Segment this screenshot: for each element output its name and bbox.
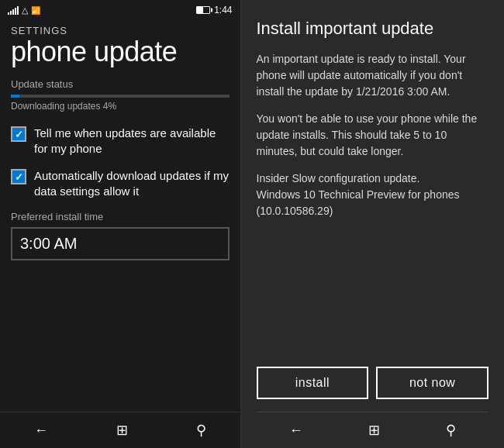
checkbox-auto-download[interactable]: ✓ bbox=[11, 169, 26, 184]
page-title: phone update bbox=[11, 38, 230, 66]
time-input[interactable] bbox=[11, 227, 230, 260]
right-back-button[interactable]: ← bbox=[281, 419, 311, 442]
check-mark-icon: ✓ bbox=[15, 129, 23, 140]
checkbox-notify-row[interactable]: ✓ Tell me when updates are available for… bbox=[11, 126, 230, 156]
signal-2-icon: 📶 bbox=[31, 6, 40, 15]
downloading-text: Downloading updates 4% bbox=[11, 101, 230, 112]
checkbox-notify[interactable]: ✓ bbox=[11, 126, 26, 142]
checkbox-auto-download-row[interactable]: ✓ Automatically download updates if my d… bbox=[11, 168, 230, 198]
battery-icon bbox=[196, 6, 210, 14]
status-bar-right: 1:44 bbox=[196, 5, 232, 16]
right-panel: Install important update An important up… bbox=[241, 0, 505, 448]
checkbox-auto-download-label: Automatically download updates if my dat… bbox=[34, 168, 230, 198]
dialog-actions: install not now bbox=[257, 354, 489, 412]
dialog-body-paragraph-1: An important update is ready to install.… bbox=[257, 51, 489, 100]
dialog-body: An important update is ready to install.… bbox=[257, 51, 489, 354]
settings-label: SETTINGS bbox=[11, 25, 230, 36]
dialog-body-paragraph-3: Insider Slow configuration update. Windo… bbox=[257, 171, 489, 219]
dialog-body-paragraph-2: You won't be able to use your phone whil… bbox=[257, 111, 489, 160]
install-button[interactable]: install bbox=[257, 367, 369, 399]
home-button[interactable]: ⊞ bbox=[109, 419, 136, 442]
not-now-button[interactable]: not now bbox=[376, 367, 488, 399]
signal-icon bbox=[8, 5, 19, 15]
back-button[interactable]: ← bbox=[26, 419, 56, 442]
preferred-time-label: Preferred install time bbox=[11, 211, 230, 222]
dialog-title: Install important update bbox=[257, 19, 489, 39]
update-status-label: Update status bbox=[11, 78, 230, 90]
progress-bar-fill bbox=[11, 95, 19, 98]
wifi-icon: △ bbox=[22, 5, 28, 16]
left-panel: △ 📶 1:44 SETTINGS phone update Update st… bbox=[0, 0, 240, 448]
left-nav-bar: ← ⊞ ⚲ bbox=[0, 412, 240, 448]
checkbox-notify-label: Tell me when updates are available for m… bbox=[34, 126, 230, 156]
right-home-button[interactable]: ⊞ bbox=[361, 419, 388, 442]
clock: 1:44 bbox=[214, 5, 232, 16]
right-nav-bar: ← ⊞ ⚲ bbox=[257, 412, 489, 448]
status-bar-left: △ 📶 bbox=[8, 5, 40, 16]
progress-bar bbox=[11, 95, 230, 98]
status-bar: △ 📶 1:44 bbox=[0, 0, 240, 19]
right-search-button[interactable]: ⚲ bbox=[438, 419, 464, 442]
check-mark-2-icon: ✓ bbox=[15, 172, 23, 182]
search-button[interactable]: ⚲ bbox=[188, 419, 214, 442]
left-content: SETTINGS phone update Update status Down… bbox=[0, 19, 240, 412]
